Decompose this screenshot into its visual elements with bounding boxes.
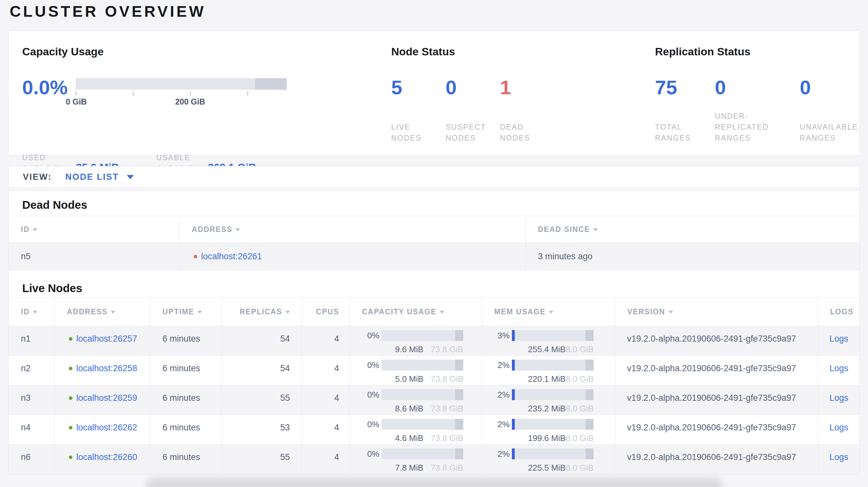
cpus-cell: 4: [302, 445, 350, 474]
usage-bar-reserved: [455, 389, 463, 400]
stat-under-replicated-ranges: 0 UNDER-REPLICATED RANGES: [715, 77, 795, 143]
node-id-cell: n1: [9, 326, 55, 355]
usage-bar-fill: [512, 389, 515, 400]
capacity-usage-cell: 0%7.8 MiB73.8 GiB: [350, 445, 482, 474]
uptime-cell: 6 minutes: [150, 415, 222, 444]
sort-header-address[interactable]: ADDRESS: [180, 216, 526, 242]
usage-total-value: 73.8 GiB: [431, 344, 463, 355]
usage-bar-reserved: [586, 360, 594, 370]
sort-header-address[interactable]: ADDRESS: [55, 297, 150, 326]
live-status-dot-icon: [69, 455, 72, 459]
version-cell: v19.2.0-alpha.20190606-2491-gfe735c9a97: [615, 385, 818, 415]
capacity-usage-title: Capacity Usage: [22, 45, 382, 58]
live-status-dot-icon: [69, 337, 72, 340]
node-address-link[interactable]: localhost:26262: [76, 422, 137, 433]
usage-percent: 2%: [482, 389, 509, 400]
live-nodes-value: 5: [391, 77, 441, 98]
usage-total-value: 73.8 GiB: [431, 462, 463, 473]
node-address-link[interactable]: localhost:26257: [76, 333, 137, 344]
replicas-cell: 54: [222, 356, 302, 385]
suspect-nodes-label: SUSPECT NODES: [445, 122, 495, 143]
node-address-link[interactable]: localhost:26260: [76, 452, 137, 462]
sort-caret-icon: [236, 228, 240, 231]
sort-header-uptime[interactable]: UPTIME: [150, 297, 222, 326]
sort-header-version[interactable]: VERSION: [615, 297, 818, 326]
sort-header-id[interactable]: ID: [9, 216, 180, 242]
capacity-usage-cell: 0%8.6 MiB73.8 GiB: [350, 385, 482, 415]
node-address-link[interactable]: localhost:26261: [201, 252, 262, 261]
node-id-cell: n3: [9, 385, 55, 415]
usage-bar-reserved: [586, 330, 594, 341]
logs-cell: Logs: [818, 356, 859, 385]
usage-percent: 0%: [350, 330, 379, 341]
table-header-row: IDADDRESSUPTIMEREPLICASCPUSCAPACITY USAG…: [9, 297, 859, 326]
column-header-label: REPLICAS: [240, 307, 282, 316]
usage-percent: 2%: [482, 419, 509, 430]
stat-total-ranges: 75 TOTAL RANGES: [655, 77, 710, 143]
sort-header-capacity-usage[interactable]: CAPACITY USAGE: [350, 297, 482, 326]
sort-header-mem-usage[interactable]: MEM USAGE: [482, 297, 615, 326]
cpus-cell: 4: [302, 415, 350, 444]
live-status-dot-icon: [69, 426, 72, 429]
usage-bar-row: 0%: [350, 419, 463, 430]
logs-link[interactable]: Logs: [829, 363, 848, 374]
stat-unavailable-ranges: 0 UNAVAILABLE RANGES: [800, 77, 811, 143]
column-header-label: CPUS: [316, 307, 339, 316]
dead-nodes-table: IDADDRESSDEAD SINCEn5localhost:262613 mi…: [9, 216, 859, 270]
node-id-cell: n4: [9, 415, 55, 444]
node-address-link[interactable]: localhost:26259: [76, 392, 137, 403]
logs-link[interactable]: Logs: [829, 422, 848, 433]
sort-caret-icon: [111, 311, 115, 314]
sort-caret-icon: [549, 311, 553, 314]
usage-bar-fill: [512, 448, 515, 459]
sort-caret-icon: [33, 311, 37, 314]
view-selector-dropdown[interactable]: NODE LIST: [65, 172, 134, 182]
logs-link[interactable]: Logs: [829, 333, 848, 344]
suspect-nodes-value: 0: [445, 77, 495, 98]
sort-caret-icon: [33, 228, 37, 231]
under-replicated-ranges-value: 0: [715, 77, 795, 98]
sort-header-id[interactable]: ID: [9, 297, 55, 326]
column-header-label: UPTIME: [162, 307, 194, 316]
usage-used-value: 220.1 MiB: [528, 374, 566, 384]
version-cell: v19.2.0-alpha.20190606-2491-gfe735c9a97: [615, 356, 818, 385]
sort-caret-icon: [669, 311, 673, 314]
capacity-bar-reserved-segment: [255, 78, 287, 90]
usage-bar-fill: [512, 360, 515, 370]
bottom-scroll-shadow: [146, 478, 722, 487]
dead-node-row: n5localhost:262613 minutes ago: [9, 243, 859, 270]
logs-link[interactable]: Logs: [829, 452, 848, 462]
logs-link[interactable]: Logs: [829, 392, 848, 403]
usage-bar-reserved: [586, 389, 594, 400]
dead-since-cell: 3 minutes ago: [526, 243, 859, 270]
sort-header-dead-since[interactable]: DEAD SINCE: [526, 216, 859, 242]
usage-percent: 3%: [482, 330, 509, 341]
usage-used-value: 225.5 MiB: [528, 462, 566, 473]
logs-cell: Logs: [818, 415, 859, 444]
column-header-label: MEM USAGE: [494, 307, 546, 316]
replicas-cell: 53: [222, 415, 302, 444]
replicas-cell: 55: [222, 385, 302, 415]
stat-suspect-nodes: 0 SUSPECT NODES: [445, 77, 495, 143]
logs-cell: Logs: [818, 326, 859, 355]
axis-tick: [75, 91, 76, 96]
capacity-bar-track: [75, 78, 287, 90]
cpus-cell: 4: [302, 385, 350, 415]
node-id-cell: n5: [9, 243, 180, 270]
sort-caret-icon: [440, 311, 444, 314]
usage-total-value: 8.0 GiB: [566, 433, 594, 444]
page-title: CLUSTER OVERVIEW: [10, 3, 206, 20]
stat-dead-nodes: 1 DEAD NODES: [500, 77, 550, 143]
mem-usage-cell: 3%255.4 MiB8.0 GiB: [482, 326, 615, 355]
usage-used-value: 9.6 MiB: [395, 344, 423, 355]
column-header-label: CAPACITY USAGE: [362, 307, 437, 316]
usage-bar-row: 2%: [482, 419, 594, 430]
capacity-usage-cell: 0%5.0 MiB73.8 GiB: [350, 356, 482, 385]
live-nodes-title: Live Nodes: [22, 282, 859, 295]
axis-tick-label-200: 200 GiB: [171, 97, 210, 106]
node-address-link[interactable]: localhost:26258: [76, 363, 137, 374]
usage-values-row: 220.1 MiB8.0 GiB: [512, 374, 594, 384]
usage-bar-reserved: [586, 448, 594, 459]
cpus-cell: 4: [302, 326, 350, 355]
sort-header-replicas[interactable]: REPLICAS: [222, 297, 302, 326]
